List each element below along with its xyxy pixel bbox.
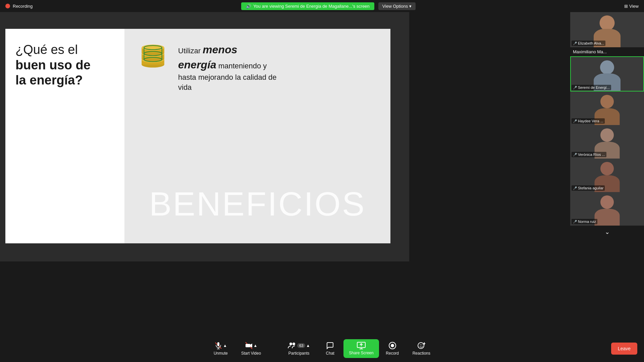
mute-icon-seremi: 🎤 bbox=[573, 86, 577, 89]
bottom-toolbar: ▲ Unmute ▲ Start Video 63 ▲ Pa bbox=[0, 335, 644, 362]
maximiliano-label: Maximiliano Ma... bbox=[570, 47, 644, 56]
slide-title-line1: ¿Qué es el bbox=[15, 43, 78, 57]
slide-top-content: Utilizar menosenergía manteniendo y hast… bbox=[138, 42, 377, 93]
record-button[interactable]: Record bbox=[379, 339, 406, 358]
haydee-name-tag: 🎤 Haydee Vera ... bbox=[572, 118, 605, 124]
mute-icon-veronica: 🎤 bbox=[573, 153, 577, 157]
reactions-icon bbox=[417, 342, 425, 350]
chat-button[interactable]: Chat bbox=[317, 339, 343, 358]
unmute-arrow[interactable]: ▲ bbox=[223, 343, 227, 348]
banner-text: You are viewing Seremi de Energia de Mag… bbox=[253, 4, 370, 9]
screen-share-banner: 🔊 You are viewing Seremi de Energia de M… bbox=[241, 2, 374, 10]
mute-icon-norma: 🎤 bbox=[573, 220, 577, 224]
screen-share-icon bbox=[357, 342, 366, 349]
participant-thumb-elizabeth: 🎤 Elizabeth Alva... bbox=[570, 12, 644, 47]
view-options-label: View Options bbox=[382, 4, 408, 9]
chat-bubble-icon bbox=[326, 342, 334, 350]
svg-point-24 bbox=[391, 344, 394, 347]
chat-label: Chat bbox=[326, 351, 334, 356]
slide-right-panel: Utilizar menosenergía manteniendo y hast… bbox=[124, 29, 390, 243]
svg-point-20 bbox=[289, 343, 292, 345]
beneficios-text: BENEFICIOS bbox=[149, 185, 366, 223]
record-icon bbox=[388, 342, 396, 350]
record-label: Record bbox=[386, 351, 399, 356]
recording-dot bbox=[5, 4, 10, 8]
slide-container: ¿Qué es el buen uso dela energía? bbox=[5, 29, 390, 243]
coin-stack-icon bbox=[138, 42, 168, 69]
start-video-button[interactable]: ▲ Start Video bbox=[234, 339, 268, 358]
participants-label: Participants bbox=[288, 351, 310, 356]
video-icon bbox=[245, 342, 253, 350]
participants-button[interactable]: 63 ▲ Participants bbox=[281, 339, 317, 358]
svg-point-26 bbox=[420, 345, 421, 345]
unmute-button[interactable]: ▲ Unmute bbox=[207, 339, 234, 358]
slide-energy-text: Utilizar menosenergía manteniendo y hast… bbox=[178, 42, 277, 93]
stefania-name-tag: 🎤 Stefania aguilar bbox=[572, 185, 605, 191]
unmute-label: Unmute bbox=[214, 351, 228, 356]
slide-left-title: ¿Qué es el buen uso dela energía? bbox=[15, 42, 114, 88]
start-video-icon-group: ▲ bbox=[245, 342, 258, 350]
mute-icon-elizabeth: 🎤 bbox=[573, 42, 577, 45]
participants-icon bbox=[288, 342, 297, 350]
grid-icon: ⊞ bbox=[624, 4, 628, 9]
main-content: ¿Qué es el buen uso dela energía? bbox=[0, 12, 409, 261]
microphone-icon bbox=[214, 342, 222, 350]
veronica-name-tag: 🎤 Verónica Ríos ... bbox=[572, 152, 606, 157]
participant-thumb-veronica: 🎤 Verónica Ríos ... bbox=[570, 125, 644, 159]
seremi-name: Seremi de Energí... bbox=[578, 85, 610, 89]
svg-point-21 bbox=[292, 343, 295, 345]
emoji-plus-icon bbox=[417, 342, 425, 350]
slide-left-panel: ¿Qué es el buen uso dela energía? bbox=[5, 29, 124, 243]
participant-thumb-seremi: 🎤 Seremi de Energí... bbox=[570, 56, 644, 92]
haydee-name: Haydee Vera ... bbox=[578, 119, 603, 123]
view-label: View bbox=[629, 4, 639, 9]
mute-icon-haydee: 🎤 bbox=[573, 119, 577, 123]
reactions-label: Reactions bbox=[413, 351, 430, 356]
participant-thumb-stefania: 🎤 Stefania aguilar bbox=[570, 159, 644, 192]
participant-thumb-haydee: 🎤 Haydee Vera ... bbox=[570, 92, 644, 125]
participant-count-badge: 63 bbox=[297, 343, 305, 348]
top-bar: Recording 🔊 You are viewing Seremi de En… bbox=[0, 0, 644, 12]
leave-button[interactable]: Leave bbox=[611, 343, 637, 355]
chat-icon bbox=[326, 342, 334, 350]
chevron-down-icon: ▾ bbox=[409, 4, 412, 9]
share-screen-button[interactable]: Share Screen bbox=[343, 339, 379, 358]
share-screen-label: Share Screen bbox=[349, 351, 373, 355]
veronica-name: Verónica Ríos ... bbox=[578, 153, 605, 157]
norma-name: Norma ruiz bbox=[578, 220, 596, 224]
participants-icon-group: 63 ▲ bbox=[288, 342, 310, 350]
share-screen-icon bbox=[357, 342, 366, 349]
view-options-button[interactable]: View Options ▾ bbox=[378, 2, 416, 10]
speaker-icon: 🔊 bbox=[246, 4, 251, 9]
svg-point-27 bbox=[422, 345, 422, 345]
reactions-button[interactable]: Reactions bbox=[406, 339, 437, 358]
start-video-label: Start Video bbox=[241, 351, 261, 356]
stefania-name: Stefania aguilar bbox=[578, 186, 603, 190]
elizabeth-name: Elizabeth Alva... bbox=[578, 41, 604, 45]
unmute-button-icon-group: ▲ bbox=[214, 342, 227, 350]
participant-thumb-norma: 🎤 Norma ruiz bbox=[570, 192, 644, 226]
chevron-down-icon: ⌄ bbox=[605, 228, 610, 236]
slide-title-line2: buen uso dela energía? bbox=[15, 58, 91, 87]
leave-label: Leave bbox=[618, 346, 631, 351]
scroll-indicator[interactable]: ⌄ bbox=[570, 226, 644, 238]
norma-name-tag: 🎤 Norma ruiz bbox=[572, 219, 597, 224]
participants-arrow[interactable]: ▲ bbox=[306, 343, 310, 348]
mute-icon-stefania: 🎤 bbox=[573, 186, 577, 190]
video-arrow[interactable]: ▲ bbox=[254, 343, 258, 348]
recording-indicator: Recording bbox=[5, 4, 33, 9]
seremi-name-tag: 🎤 Seremi de Energí... bbox=[572, 85, 611, 90]
recording-label: Recording bbox=[13, 4, 33, 9]
top-right-view: ⊞ View bbox=[624, 4, 639, 9]
right-panel: 🎤 Elizabeth Alva... Maximiliano Ma... 🎤 … bbox=[570, 12, 644, 274]
svg-rect-18 bbox=[246, 344, 250, 347]
record-circle-icon bbox=[388, 342, 396, 350]
elizabeth-name-tag: 🎤 Elizabeth Alva... bbox=[572, 41, 605, 46]
